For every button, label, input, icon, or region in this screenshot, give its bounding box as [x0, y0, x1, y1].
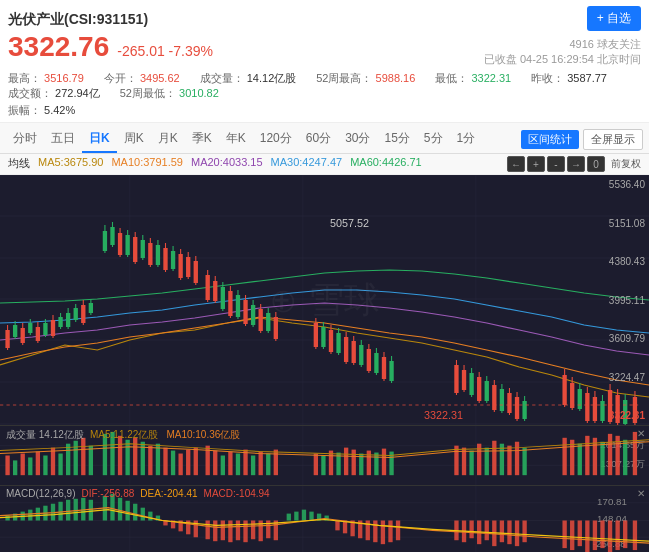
- svg-rect-296: [633, 521, 637, 551]
- tab-month-k[interactable]: 月K: [151, 126, 185, 153]
- y-label-4: 3995.11: [609, 295, 645, 306]
- svg-rect-227: [5, 516, 9, 521]
- volume-close-button[interactable]: ✕: [637, 428, 645, 439]
- svg-rect-154: [21, 454, 25, 476]
- nav-zoom-in-button[interactable]: +: [527, 156, 545, 172]
- svg-rect-195: [374, 453, 378, 476]
- y-label-last: 3322.31: [609, 410, 645, 421]
- svg-rect-238: [89, 500, 93, 521]
- tab-year-k[interactable]: 年K: [219, 126, 253, 153]
- svg-rect-180: [228, 452, 232, 476]
- svg-text:5057.52: 5057.52: [330, 218, 369, 229]
- fullscreen-button[interactable]: 全屏显示: [583, 129, 643, 150]
- svg-text:170.81: 170.81: [597, 497, 627, 507]
- svg-rect-189: [329, 451, 333, 476]
- market-datetime: 已收盘 04-25 16:29:54 北京时间: [484, 52, 641, 67]
- svg-rect-284: [507, 521, 511, 545]
- svg-rect-242: [125, 501, 129, 521]
- svg-rect-156: [36, 452, 40, 476]
- tab-week-k[interactable]: 周K: [117, 126, 151, 153]
- svg-rect-167: [125, 440, 129, 475]
- svg-rect-216: [623, 440, 627, 475]
- macd-chart: ✕ MACD(12,26,9) DIF:-256.88 DEA:-204.41 …: [0, 485, 649, 552]
- tab-day-k[interactable]: 日K: [82, 126, 117, 153]
- tab-120min[interactable]: 120分: [253, 126, 299, 153]
- macd-close-button[interactable]: ✕: [637, 488, 645, 499]
- ma30-value: MA30:4247.47: [271, 156, 343, 172]
- svg-rect-230: [28, 510, 32, 521]
- nav-next-button[interactable]: →: [567, 156, 585, 172]
- svg-rect-264: [302, 510, 306, 521]
- svg-rect-243: [133, 504, 137, 521]
- svg-rect-153: [13, 460, 17, 475]
- tab-5min[interactable]: 5分: [417, 126, 450, 153]
- nav-reset-button[interactable]: 0: [587, 156, 605, 172]
- volume-area-label: 成交量 14.12亿股: [6, 428, 84, 442]
- add-watchlist-button[interactable]: + 自选: [587, 6, 641, 31]
- tab-quarter-k[interactable]: 季K: [185, 126, 219, 153]
- svg-rect-274: [381, 521, 385, 545]
- tab-5-day[interactable]: 五日: [44, 126, 82, 153]
- vol-ma5: MA5:11.22亿股: [90, 428, 158, 442]
- nav-zoom-out-button[interactable]: -: [547, 156, 565, 172]
- high-label: 最高：: [8, 72, 41, 84]
- svg-rect-192: [352, 450, 356, 476]
- amplitude-label: 振幅：: [8, 104, 41, 116]
- svg-rect-234: [58, 502, 62, 521]
- svg-rect-293: [608, 521, 612, 553]
- svg-rect-178: [213, 451, 217, 476]
- nav-prev-button[interactable]: ←: [507, 156, 525, 172]
- open-label: 今开：: [104, 72, 137, 84]
- ma-line: 均线 MA5:3675.90 MA10:3791.59 MA20:4033.15…: [0, 154, 649, 175]
- svg-rect-159: [58, 454, 62, 476]
- prev-close-label: 昨收：: [531, 72, 564, 84]
- tab-bar: 分时 五日 日K 周K 月K 季K 年K 120分 60分 30分 15分 5分…: [0, 123, 649, 154]
- main-chart[interactable]: ⊕ 雪球 5536.40 5151.08 4380.43 3995.11 360…: [0, 175, 649, 425]
- svg-rect-289: [578, 521, 582, 547]
- svg-rect-188: [321, 456, 325, 476]
- tab-60min[interactable]: 60分: [299, 126, 338, 153]
- volume-chart: ✕ 成交量 14.12亿股 MA5:11.22亿股 MA10:10.36亿股 2…: [0, 425, 649, 485]
- tab-15min[interactable]: 15分: [377, 126, 416, 153]
- svg-rect-202: [485, 448, 489, 476]
- svg-rect-187: [314, 454, 318, 476]
- svg-rect-275: [388, 521, 392, 543]
- svg-rect-268: [335, 521, 339, 531]
- tab-30min[interactable]: 30分: [338, 126, 377, 153]
- interval-stats-button[interactable]: 区间统计: [521, 130, 579, 149]
- stats-row: 最高： 3516.79 今开： 3495.62 成交量： 14.12亿股 52周…: [8, 71, 641, 101]
- svg-rect-288: [570, 521, 574, 551]
- svg-rect-181: [236, 454, 240, 476]
- main-price: 3322.76: [8, 31, 109, 63]
- low-value: 3322.31: [471, 72, 511, 84]
- svg-rect-291: [593, 521, 597, 551]
- ma20-value: MA20:4033.15: [191, 156, 263, 172]
- svg-rect-157: [43, 456, 47, 476]
- svg-rect-244: [141, 508, 145, 521]
- tab-1min[interactable]: 1分: [450, 126, 483, 153]
- svg-rect-265: [309, 512, 313, 521]
- y-label-2: 5151.08: [609, 218, 645, 229]
- svg-rect-206: [515, 442, 519, 475]
- svg-rect-262: [287, 514, 291, 521]
- tab-fen-shi[interactable]: 分时: [6, 126, 44, 153]
- svg-rect-163: [89, 446, 93, 476]
- svg-rect-258: [251, 521, 255, 540]
- svg-rect-194: [367, 451, 371, 476]
- chart-area: ⊕ 雪球 5536.40 5151.08 4380.43 3995.11 360…: [0, 175, 649, 552]
- svg-rect-254: [221, 521, 225, 541]
- stats-row-2: 振幅： 5.42%: [8, 103, 641, 118]
- svg-rect-198: [454, 446, 458, 476]
- followers-count: 4916 球友关注: [484, 37, 641, 52]
- y-label-1: 5536.40: [609, 179, 645, 190]
- svg-rect-211: [585, 436, 589, 475]
- svg-rect-203: [492, 441, 496, 475]
- svg-rect-196: [382, 449, 386, 476]
- fq-label[interactable]: 前复权: [611, 157, 641, 171]
- svg-rect-245: [148, 512, 152, 521]
- macd-val: MACD:-104.94: [204, 488, 270, 499]
- 52w-low-label: 52周最低：: [120, 87, 176, 99]
- ma60-value: MA60:4426.71: [350, 156, 422, 172]
- macd-dif: DIF:-256.88: [81, 488, 134, 499]
- y-label-6: 3224.47: [609, 372, 645, 383]
